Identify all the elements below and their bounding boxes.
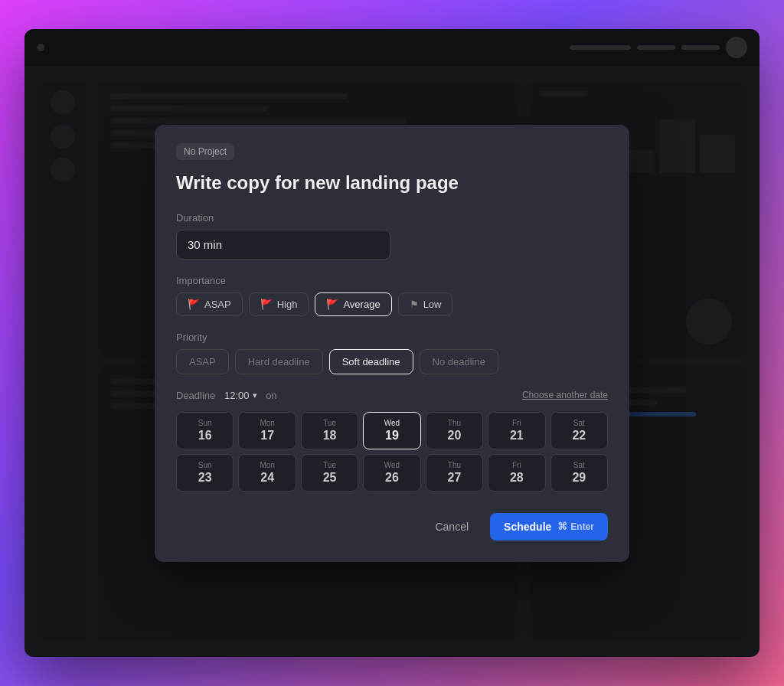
cal-sat29-dayname: Sat: [573, 461, 585, 469]
cal-thu20-dayname: Thu: [448, 419, 461, 427]
cal-mon24-num: 24: [260, 471, 274, 485]
cal-mon24-dayname: Mon: [260, 461, 274, 469]
importance-high[interactable]: 🚩 High: [249, 292, 309, 316]
modal-overlay: No Project Write copy for new landing pa…: [24, 29, 760, 657]
cal-tue25-num: 25: [323, 471, 337, 485]
duration-input[interactable]: [176, 230, 390, 260]
cal-thu27-dayname: Thu: [448, 461, 461, 469]
high-label: High: [277, 299, 298, 310]
deadline-row: Deadline 12:00 ▾ on Choose another date: [176, 390, 608, 401]
cal-sat-22[interactable]: Sat 22: [550, 412, 608, 449]
priority-label: Priority: [176, 332, 608, 343]
priority-soft[interactable]: Soft deadline: [329, 349, 413, 374]
importance-group: 🚩 ASAP 🚩 High 🚩 Average ⚑: [176, 292, 608, 316]
schedule-label: Schedule: [504, 521, 551, 533]
deadline-label: Deadline 12:00 ▾ on: [176, 390, 277, 401]
calendar-week2: Sun 23 Mon 24 Tue 25 Wed 26: [176, 454, 608, 492]
asap-label: ASAP: [204, 299, 231, 310]
cal-mon17-num: 17: [260, 429, 274, 443]
cal-sun16-dayname: Sun: [198, 419, 212, 427]
schedule-button[interactable]: Schedule ⌘ Enter: [490, 513, 608, 541]
cal-tue18-dayname: Tue: [323, 419, 336, 427]
cmd-symbol: ⌘: [557, 521, 567, 532]
average-flag-icon: 🚩: [326, 299, 338, 310]
keyboard-hint: ⌘ Enter: [557, 521, 594, 532]
cal-wed-19[interactable]: Wed 19: [363, 412, 420, 449]
calendar-week1: Sun 16 Mon 17 Tue 18 Wed 19: [176, 412, 608, 449]
cal-thu20-num: 20: [448, 429, 462, 443]
cal-wed19-dayname: Wed: [384, 419, 400, 427]
cal-thu-20[interactable]: Thu 20: [426, 412, 483, 449]
importance-low[interactable]: ⚑ Low: [398, 292, 453, 316]
importance-label: Importance: [176, 275, 608, 286]
project-tag-text: No Project: [184, 146, 227, 157]
priority-hard[interactable]: Hard deadline: [235, 349, 323, 374]
deadline-text: Deadline: [176, 390, 215, 401]
deadline-time[interactable]: 12:00: [224, 390, 250, 401]
cal-mon-24[interactable]: Mon 24: [238, 454, 296, 492]
cal-sat-29[interactable]: Sat 29: [550, 454, 608, 492]
cal-mon-17[interactable]: Mon 17: [238, 412, 296, 449]
deadline-on: on: [266, 390, 276, 401]
high-flag-icon: 🚩: [260, 299, 273, 310]
cal-wed19-num: 19: [385, 429, 399, 443]
duration-label: Duration: [176, 212, 608, 224]
priority-section: Priority ASAP Hard deadline Soft deadlin…: [176, 332, 608, 374]
low-label: Low: [423, 299, 442, 310]
cal-sat29-num: 29: [572, 471, 586, 485]
cal-sat22-dayname: Sat: [573, 419, 585, 427]
priority-asap[interactable]: ASAP: [176, 349, 229, 374]
project-tag[interactable]: No Project: [176, 143, 234, 160]
cal-fri21-dayname: Fri: [512, 419, 521, 427]
cal-thu-27[interactable]: Thu 27: [426, 454, 483, 492]
task-title: Write copy for new landing page: [176, 172, 608, 194]
choose-another-date[interactable]: Choose another date: [522, 390, 608, 400]
modal-footer: Cancel Schedule ⌘ Enter: [155, 513, 629, 562]
enter-key: Enter: [570, 521, 594, 532]
task-modal: No Project Write copy for new landing pa…: [155, 125, 629, 562]
priority-none[interactable]: No deadline: [420, 349, 498, 374]
low-flag-icon: ⚑: [410, 299, 419, 310]
importance-section: Importance 🚩 ASAP 🚩 High 🚩 Average: [176, 275, 608, 316]
cal-thu27-num: 27: [448, 471, 462, 485]
cal-sun23-dayname: Sun: [198, 461, 212, 469]
cal-fri28-num: 28: [510, 471, 524, 485]
cal-mon17-dayname: Mon: [260, 419, 274, 427]
cal-fri-21[interactable]: Fri 21: [488, 412, 545, 449]
cal-wed26-dayname: Wed: [384, 461, 400, 469]
cal-sun-16[interactable]: Sun 16: [176, 412, 234, 449]
cal-wed26-num: 26: [385, 471, 399, 485]
cal-tue-25[interactable]: Tue 25: [301, 454, 358, 492]
cal-tue18-num: 18: [323, 429, 337, 443]
cal-wed-26[interactable]: Wed 26: [363, 454, 420, 492]
priority-group: ASAP Hard deadline Soft deadline No dead…: [176, 349, 608, 374]
deadline-dropdown-icon[interactable]: ▾: [253, 390, 257, 400]
app-window: No Project Write copy for new landing pa…: [24, 29, 760, 657]
duration-section: Duration: [176, 212, 608, 260]
cancel-button[interactable]: Cancel: [423, 513, 481, 541]
cal-sun23-num: 23: [198, 471, 212, 485]
average-label: Average: [343, 299, 380, 310]
cal-sun-23[interactable]: Sun 23: [176, 454, 234, 492]
importance-average[interactable]: 🚩 Average: [315, 292, 391, 316]
cal-sat22-num: 22: [572, 429, 586, 443]
cal-tue25-dayname: Tue: [323, 461, 336, 469]
asap-flag-icon: 🚩: [188, 299, 200, 310]
importance-asap[interactable]: 🚩 ASAP: [176, 292, 243, 316]
cal-fri28-dayname: Fri: [512, 461, 521, 469]
cal-fri-28[interactable]: Fri 28: [488, 454, 545, 492]
cal-sun16-num: 16: [198, 429, 212, 443]
cal-tue-18[interactable]: Tue 18: [301, 412, 358, 449]
cal-fri21-num: 21: [510, 429, 524, 443]
